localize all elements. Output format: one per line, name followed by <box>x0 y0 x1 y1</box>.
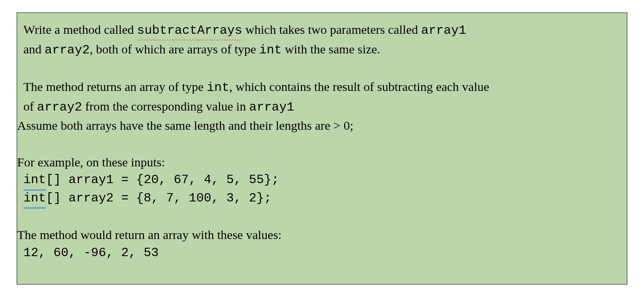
text: with the same size. <box>282 42 380 56</box>
code-param2: array2 <box>45 43 90 57</box>
text: , which contains the result of subtracti… <box>229 80 489 93</box>
spacer <box>17 207 627 226</box>
result-values: 12, 60, -96, 2, 53 <box>17 244 627 262</box>
spacer <box>17 59 627 78</box>
code-type-int: int <box>259 43 282 57</box>
code-rest: [] array2 = {8, 7, 100, 3, 2}; <box>46 191 271 205</box>
paragraph-2: The method returns an array of type int,… <box>17 78 627 97</box>
code-type-int: int <box>207 81 229 95</box>
problem-statement-box: Write a method called subtractArrays whi… <box>17 13 627 284</box>
text: and <box>23 42 45 56</box>
text: which takes two parameters called <box>242 23 421 36</box>
code-line-1: int[] array1 = {20, 67, 4, 5, 55}; <box>17 171 627 189</box>
text: The method returns an array of type <box>23 80 207 93</box>
code-param1: array1 <box>249 100 294 114</box>
code-keyword-int: int <box>23 189 46 208</box>
code-rest: [] array1 = {20, 67, 4, 5, 55}; <box>46 173 279 187</box>
text: , both of which are arrays of type <box>90 42 259 56</box>
paragraph-5: The method would return an array with th… <box>17 226 627 244</box>
code-method-name: subtractArrays <box>137 22 242 40</box>
paragraph-1: Write a method called subtractArrays whi… <box>17 20 627 40</box>
code-param2: array2 <box>37 100 82 114</box>
text: from the corresponding value in <box>82 99 249 113</box>
text: Write a method called <box>23 23 137 36</box>
code-keyword-int: int <box>23 171 46 189</box>
code-param1: array1 <box>421 23 466 38</box>
paragraph-4: For example, on these inputs: <box>17 153 627 171</box>
paragraph-2-line2: of array2 from the corresponding value i… <box>17 97 627 117</box>
text: of <box>23 99 37 113</box>
spacer <box>17 135 627 153</box>
code-line-2: int[] array2 = {8, 7, 100, 3, 2}; <box>17 189 627 208</box>
paragraph-3: Assume both arrays have the same length … <box>17 116 627 135</box>
paragraph-1-line2: and array2, both of which are arrays of … <box>17 40 627 60</box>
